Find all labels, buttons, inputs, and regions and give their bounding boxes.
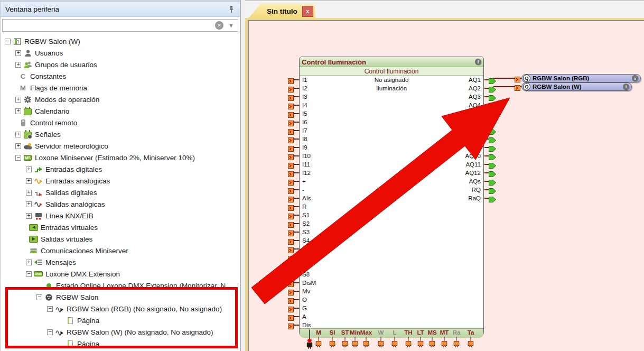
actuator-connector-icon[interactable] bbox=[515, 84, 520, 89]
tree-item[interactable]: Entradas virtuales bbox=[1, 221, 240, 233]
expand-toggle[interactable]: + bbox=[15, 97, 21, 103]
block-param-label[interactable]: SI bbox=[330, 329, 335, 336]
tree-item[interactable]: Comunicaciones Miniserver bbox=[1, 245, 240, 256]
tree-item[interactable]: +Entradas digitales bbox=[1, 163, 240, 175]
tree-item[interactable]: +Entradas analógicas bbox=[1, 175, 240, 187]
input-connector-icon[interactable] bbox=[288, 136, 294, 142]
tree-item[interactable]: +Salidas digitales bbox=[1, 187, 240, 198]
tree-item[interactable]: +Servidor meteorológico bbox=[1, 140, 240, 152]
input-connector-icon[interactable] bbox=[288, 237, 294, 243]
program-canvas[interactable]: Control Iluminación i Control Iluminació… bbox=[249, 21, 644, 351]
filter-dropdown-icon[interactable]: ▼ bbox=[228, 22, 234, 29]
input-connector-icon[interactable] bbox=[288, 254, 294, 260]
tree-item[interactable]: −RGBW Salon (W) bbox=[1, 35, 240, 47]
expand-toggle[interactable]: + bbox=[15, 132, 21, 137]
collapse-toggle[interactable]: − bbox=[5, 39, 11, 44]
block-param-label[interactable]: W bbox=[378, 329, 384, 336]
clear-search-icon[interactable]: ✕ bbox=[215, 21, 223, 30]
input-connector-icon[interactable] bbox=[288, 178, 294, 184]
info-icon[interactable]: i bbox=[623, 84, 629, 90]
output-connector-icon[interactable] bbox=[489, 102, 496, 108]
tree-item[interactable]: MFlags de memoria bbox=[1, 82, 240, 94]
block-bottom-connector-icon[interactable] bbox=[330, 337, 335, 348]
output-connector-icon[interactable] bbox=[489, 110, 496, 116]
function-block-control-iluminacion[interactable]: Control Iluminación i Control Iluminació… bbox=[299, 57, 484, 337]
input-connector-icon[interactable] bbox=[288, 85, 294, 91]
input-connector-icon[interactable] bbox=[288, 153, 294, 159]
block-param-label[interactable]: M bbox=[316, 329, 321, 336]
tree-item[interactable]: +Señales bbox=[1, 128, 240, 140]
input-connector-icon[interactable] bbox=[288, 170, 294, 176]
output-connector-icon[interactable] bbox=[489, 127, 496, 133]
output-connector-icon[interactable] bbox=[489, 195, 496, 201]
block-param-label[interactable]: TH bbox=[404, 329, 412, 336]
input-connector-icon[interactable] bbox=[288, 204, 294, 209]
input-connector-icon[interactable] bbox=[288, 297, 294, 302]
info-icon[interactable]: i bbox=[475, 59, 481, 65]
input-connector-icon[interactable] bbox=[288, 77, 294, 82]
input-connector-icon[interactable] bbox=[288, 322, 294, 328]
output-connector-icon[interactable] bbox=[489, 153, 496, 159]
panel-splitter[interactable] bbox=[241, 0, 245, 351]
block-param-label[interactable]: Ta bbox=[468, 329, 474, 336]
block-bottom-connector-icon[interactable] bbox=[378, 337, 384, 348]
input-connector-icon[interactable] bbox=[288, 110, 294, 116]
expand-toggle[interactable]: + bbox=[26, 167, 32, 172]
expand-toggle[interactable]: + bbox=[26, 213, 32, 219]
output-connector-icon[interactable] bbox=[489, 119, 496, 125]
input-connector-icon[interactable] bbox=[288, 229, 294, 235]
tree-item[interactable]: −MSLoxone Miniserver (Estimado 2%, Minis… bbox=[1, 152, 240, 163]
block-bottom-connector-icon[interactable] bbox=[430, 337, 435, 348]
search-input[interactable] bbox=[5, 21, 215, 30]
input-connector-icon[interactable] bbox=[288, 313, 294, 319]
block-bottom-connector-icon[interactable] bbox=[442, 337, 447, 348]
collapse-toggle[interactable]: − bbox=[26, 271, 32, 277]
actuator-block[interactable]: QRGBW Salon (W)i bbox=[521, 82, 632, 91]
block-param-label[interactable]: Max bbox=[360, 329, 372, 336]
block-param-label[interactable]: Ra bbox=[453, 329, 461, 336]
tab-close-icon[interactable]: x bbox=[302, 6, 313, 17]
block-param-label[interactable]: L bbox=[393, 329, 396, 336]
block-bottom-connector-icon[interactable] bbox=[468, 337, 474, 348]
output-connector-icon[interactable] bbox=[489, 187, 496, 192]
block-param-label[interactable]: ST bbox=[341, 329, 349, 336]
block-param-label[interactable]: LT bbox=[417, 329, 424, 336]
input-connector-icon[interactable] bbox=[288, 119, 294, 125]
info-icon[interactable]: i bbox=[632, 75, 638, 81]
block-bottom-connector-icon[interactable] bbox=[392, 337, 398, 348]
tree-item[interactable]: +Línea KNX/EIB bbox=[1, 210, 240, 221]
input-connector-icon[interactable] bbox=[288, 220, 294, 226]
expand-toggle[interactable]: + bbox=[15, 143, 21, 149]
block-bottom-connector-icon[interactable] bbox=[342, 337, 348, 348]
input-connector-icon[interactable] bbox=[288, 280, 294, 285]
actuator-connector-icon[interactable] bbox=[515, 75, 520, 81]
input-connector-icon[interactable] bbox=[288, 246, 294, 252]
output-connector-icon[interactable] bbox=[489, 161, 496, 167]
input-connector-icon[interactable] bbox=[288, 212, 294, 218]
input-connector-icon[interactable] bbox=[288, 127, 294, 133]
output-connector-icon[interactable] bbox=[489, 178, 496, 184]
block-bottom-connector-icon[interactable] bbox=[363, 337, 369, 348]
tree-item[interactable]: −DMXLoxone DMX Extension bbox=[1, 268, 240, 280]
input-connector-icon[interactable] bbox=[288, 195, 294, 201]
tree-item[interactable]: +Salidas analógicas bbox=[1, 198, 240, 210]
expand-toggle[interactable]: + bbox=[26, 260, 32, 265]
block-bottom-connector-icon[interactable] bbox=[316, 337, 322, 348]
tree-item[interactable]: Salidas virtuales bbox=[1, 233, 240, 245]
pin-icon[interactable] bbox=[228, 5, 235, 13]
tree-item[interactable]: +Grupos de usuarios bbox=[1, 59, 240, 70]
tree-item[interactable]: CConstantes bbox=[1, 70, 240, 82]
input-connector-icon[interactable] bbox=[288, 305, 294, 311]
input-connector-icon[interactable] bbox=[288, 102, 294, 108]
tab-sin-titulo[interactable]: Sin título x bbox=[248, 4, 315, 19]
input-connector-icon[interactable] bbox=[288, 94, 294, 99]
expand-toggle[interactable]: + bbox=[15, 50, 21, 56]
block-param-label[interactable]: MS bbox=[427, 329, 436, 336]
expand-toggle[interactable]: + bbox=[15, 62, 21, 68]
input-connector-icon[interactable] bbox=[288, 271, 294, 277]
block-bottom-connector-first-icon[interactable] bbox=[307, 338, 313, 349]
tree-item[interactable]: +Modos de operación bbox=[1, 94, 240, 105]
block-bottom-connector-icon[interactable] bbox=[454, 337, 460, 348]
expand-toggle[interactable]: + bbox=[15, 108, 21, 114]
collapse-toggle[interactable]: − bbox=[15, 155, 21, 161]
